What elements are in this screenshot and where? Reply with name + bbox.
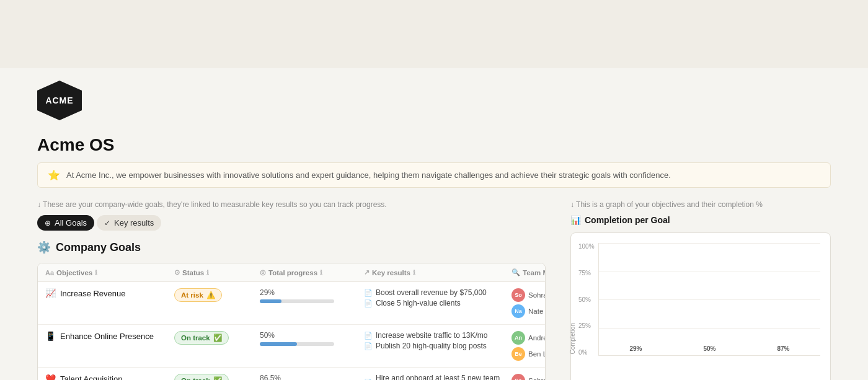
team-cell-online: An Andre Be Ben Li (512, 331, 546, 361)
objective-cell-revenue: 📈 Increase Revenue (45, 288, 169, 298)
avatar-row: An Andre (512, 331, 546, 345)
tabs-bar: ⊕ All Goals ✓ Key results (37, 215, 546, 231)
table-row: ❤️ Talent Acquisition On track ✅ 86.5% (38, 368, 545, 380)
kr-item: 📄 Close 5 high-value clients (364, 299, 507, 307)
progress-cell-revenue: 29% (260, 288, 359, 303)
y-axis-label: Completion (569, 323, 576, 355)
table-row: 📱 Enhance Online Presence On track ✅ 50% (38, 325, 545, 368)
company-goals-emoji: ⚙️ (37, 241, 51, 254)
avatar-row: So Sohra (512, 374, 546, 380)
key-results-icon: ✓ (104, 219, 110, 228)
avatar: So (512, 288, 525, 302)
objective-cell-talent: ❤️ Talent Acquisition (45, 374, 169, 380)
avatar-row: Na Nate N (512, 304, 546, 318)
star-icon: ⭐ (48, 169, 60, 181)
progress-cell-talent: 86.5% (260, 374, 359, 380)
avatar: So (512, 374, 525, 380)
tab-key-results[interactable]: ✓ Key results (97, 215, 161, 231)
table-row: 📈 Increase Revenue At risk ⚠️ 29% (38, 282, 545, 325)
team-cell-revenue: So Sohra Na Nate N (512, 288, 546, 318)
tab-all-goals[interactable]: ⊕ All Goals (37, 215, 94, 231)
chart-title: 📊 Completion per Goal (570, 215, 831, 225)
chart-bars-area: 29% 50% 87% (598, 243, 820, 356)
col-total-progress: ◎ Total progress ℹ (260, 268, 359, 276)
col-objectives: Aa Objectives ℹ (45, 269, 169, 276)
info-text: At Acme Inc., we empower businesses with… (66, 170, 671, 180)
page-title: Acme OS (37, 135, 831, 155)
progress-bar-bg (260, 299, 334, 303)
goals-table: Aa Objectives ℹ ⊙ Status ℹ ◎ Total progr… (37, 263, 546, 380)
key-results-cell-revenue: 📄 Boost overall revenue by $75,000 📄 Clo… (364, 288, 507, 307)
status-cell-online: On track ✅ (174, 331, 255, 345)
avatar: Na (512, 304, 525, 318)
col-team: 🔍 Team M... (512, 268, 546, 276)
info-banner: ⭐ At Acme Inc., we empower businesses wi… (37, 162, 831, 188)
chart-container: 100% 75% 50% 25% 0% 29% (570, 232, 831, 380)
status-badge-risk: At risk ⚠️ (174, 288, 222, 302)
kr-item: 📄 Publish 20 high-quality blog posts (364, 342, 507, 350)
col-key-results: ↗ Key results ℹ (364, 268, 507, 276)
left-section-hint: ↓ These are your company-wide goals, the… (37, 200, 546, 209)
avatar-row: Be Ben Li (512, 347, 546, 361)
col-status: ⊙ Status ℹ (174, 268, 255, 276)
key-results-cell-online: 📄 Increase website traffic to 13K/mo 📄 P… (364, 331, 507, 350)
table-header: Aa Objectives ℹ ⊙ Status ℹ ◎ Total progr… (38, 263, 545, 282)
team-cell-talent: So Sohra St Steph (512, 374, 546, 380)
chart-bar-icon: 📊 (570, 215, 581, 225)
key-results-cell-talent: 📄 Hire and onboard at least 5 new team m… (364, 374, 507, 380)
status-cell-talent: On track ✅ (174, 374, 255, 380)
acme-logo: ACME (37, 81, 82, 120)
avatar-row: So Sohra (512, 288, 546, 302)
status-cell-revenue: At risk ⚠️ (174, 288, 255, 302)
right-section-hint: ↓ This is a graph of your objectives and… (570, 200, 831, 209)
all-goals-icon: ⊕ (45, 219, 51, 228)
avatar: An (512, 331, 525, 345)
chart-y-labels: 100% 75% 50% 25% 0% (578, 243, 595, 356)
status-badge-track: On track ✅ (174, 374, 229, 380)
progress-bar-bg (260, 342, 334, 346)
progress-bar-fill (260, 299, 281, 303)
progress-bar-fill (260, 342, 297, 346)
kr-item: 📄 Increase website traffic to 13K/mo (364, 331, 507, 340)
progress-cell-online: 50% (260, 331, 359, 346)
avatar: Be (512, 347, 525, 361)
objective-cell-online: 📱 Enhance Online Presence (45, 331, 169, 341)
company-goals-title: ⚙️ Company Goals (37, 241, 546, 254)
kr-item: 📄 Boost overall revenue by $75,000 (364, 288, 507, 297)
status-badge-track: On track ✅ (174, 331, 229, 345)
kr-item: 📄 Hire and onboard at least 5 new team m… (364, 374, 507, 380)
